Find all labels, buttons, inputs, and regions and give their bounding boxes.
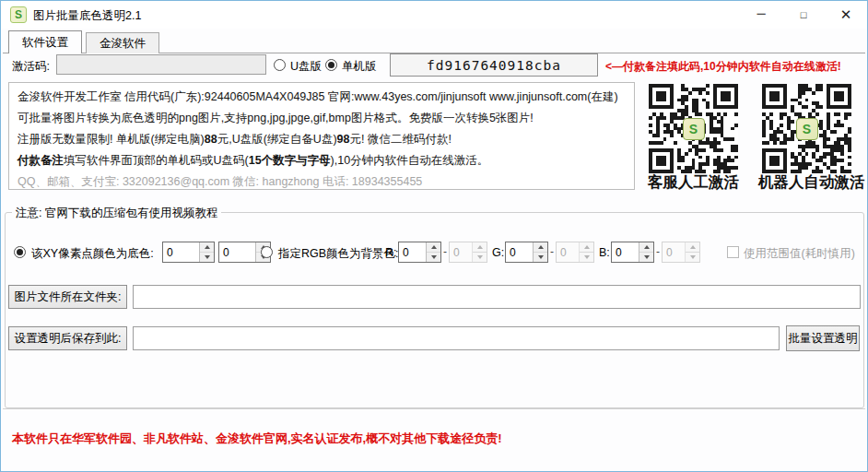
xy-pixel-radio[interactable] [14, 246, 26, 258]
g-to-spinner: 0 [556, 242, 594, 263]
qr-logo-icon: S [683, 118, 705, 140]
qr-caption-customer-service: 客服人工激活 [648, 172, 739, 193]
use-range-checkbox[interactable] [727, 246, 739, 258]
close-icon: ✕ [840, 6, 852, 23]
footer-divider [3, 408, 865, 409]
vendor-line-4: 付款备注填写软件界面顶部的单机码或U盘码(15个数字与字母),10分钟内软件自动… [18, 150, 626, 171]
window-controls: ─ □ ✕ [740, 1, 867, 29]
qr-code-customer-service: S [649, 84, 738, 173]
vendor-info-panel: 金浚软件开发工作室 信用代码(广东):92440605MA4X049J85 官网… [8, 82, 635, 190]
options-group-title: 注意: 官网下载的压缩包有使用视频教程 [12, 206, 221, 221]
g-range-dash: - [550, 245, 554, 258]
vendor-contact-line: QQ、邮箱、支付宝: 332092136@qq.com 微信: hangzhon… [18, 171, 626, 193]
activation-code-label: 激活码: [12, 59, 50, 75]
spinner-down-icon[interactable] [427, 253, 440, 262]
app-logo-icon: S [10, 6, 27, 23]
qr-code-robot: S [762, 84, 851, 173]
xy-pixel-radio-label: 该XY像素点颜色为底色: [31, 246, 154, 262]
source-folder-input[interactable] [133, 285, 861, 309]
rgb-color-radio[interactable] [261, 246, 273, 258]
g-label: G: [492, 246, 504, 259]
spinner-down-icon [686, 253, 699, 262]
standalone-version-label: 单机版 [342, 59, 377, 75]
machine-code-box[interactable]: fd9167640918cba [390, 53, 598, 77]
b-to-spinner: 0 [662, 242, 700, 263]
spinner-up-icon [473, 242, 487, 253]
batch-transparent-run-button[interactable]: 批量设置透明 [786, 325, 860, 351]
r-from-spinner[interactable]: 0 [398, 242, 441, 263]
spinner-down-icon[interactable] [639, 253, 653, 262]
spinner-up-icon[interactable] [200, 242, 214, 253]
b-range-dash: - [656, 245, 660, 258]
maximize-icon: □ [801, 9, 807, 20]
udisk-version-radio[interactable] [274, 59, 286, 71]
spinner-up-icon [686, 242, 699, 253]
b-label: B: [599, 246, 610, 259]
app-window: S 图片批量底色透明2.1 ─ □ ✕ 软件设置 金浚软件 激活码: U盘版 单… [0, 0, 868, 472]
vendor-line-3: 注册版无数量限制! 单机版(绑定电脑)88元,U盘版(绑定自备U盘)98元! 微… [18, 129, 626, 150]
standalone-version-radio[interactable] [325, 59, 337, 71]
close-button[interactable]: ✕ [825, 1, 867, 29]
minimize-button[interactable]: ─ [740, 1, 782, 29]
minimize-icon: ─ [757, 6, 765, 20]
spinner-up-icon[interactable] [639, 242, 653, 253]
x-coordinate-spinner[interactable]: 0 [162, 242, 215, 263]
dest-folder-input[interactable] [133, 326, 780, 350]
title-bar: S 图片批量底色透明2.1 ─ □ ✕ [1, 1, 867, 29]
dest-folder-button[interactable]: 设置透明后保存到此: [8, 326, 127, 350]
download-source-notice: 本软件只在华军软件园、非凡软件站、金浚软件官网,实名认证发布,概不对其他下载途径… [12, 431, 502, 447]
source-folder-button[interactable]: 图片文件所在文件夹: [8, 285, 127, 309]
spinner-up-icon [580, 242, 593, 253]
maximize-button[interactable]: □ [782, 1, 825, 29]
window-title: 图片批量底色透明2.1 [33, 8, 141, 24]
b-from-spinner[interactable]: 0 [611, 242, 654, 263]
r-label: R: [385, 246, 397, 259]
r-to-spinner: 0 [449, 242, 487, 263]
spinner-down-icon [473, 253, 487, 262]
spinner-down-icon[interactable] [200, 253, 214, 262]
qr-logo-icon: S [796, 118, 818, 140]
activation-code-input[interactable] [56, 54, 266, 75]
vendor-line-1: 金浚软件开发工作室 信用代码(广东):92440605MA4X049J85 官网… [18, 87, 626, 108]
spinner-down-icon[interactable] [534, 253, 547, 262]
g-from-spinner[interactable]: 0 [505, 242, 548, 263]
payment-hint-text: <—付款备注填此码,10分钟内软件自动在线激活! [605, 59, 841, 75]
qr-caption-robot: 机器人自动激活 [758, 172, 865, 193]
vendor-line-2: 可批量将图片转换为底色透明的png图片,支持png,jpg,jpge,gif,b… [18, 108, 626, 129]
rgb-color-radio-label: 指定RGB颜色为背景色: [278, 246, 399, 262]
udisk-version-label: U盘版 [290, 59, 322, 75]
spinner-up-icon[interactable] [427, 242, 440, 253]
r-range-dash: - [443, 245, 447, 258]
tab-software-settings[interactable]: 软件设置 [8, 30, 82, 53]
use-range-checkbox-label: 使用范围值(耗时慎用) [744, 246, 855, 262]
spinner-down-icon [580, 253, 593, 262]
tab-jinjun-software[interactable]: 金浚软件 [86, 32, 159, 53]
spinner-up-icon[interactable] [534, 242, 547, 253]
